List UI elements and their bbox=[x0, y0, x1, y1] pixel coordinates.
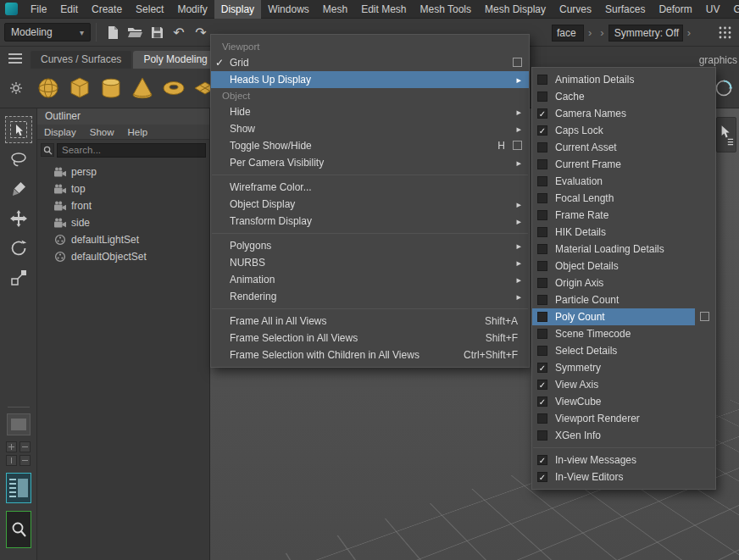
hud-item-focal-length[interactable]: Focal Length bbox=[532, 190, 715, 207]
menu-item-object-display[interactable]: Object Display▸ bbox=[211, 196, 529, 213]
menubar-item-file[interactable]: File bbox=[24, 0, 53, 19]
paint-select-tool-button[interactable] bbox=[5, 175, 32, 202]
shelf-poly-sphere-button[interactable] bbox=[33, 74, 63, 103]
shelf-refresh-button[interactable] bbox=[714, 78, 734, 101]
hud-item-object-details[interactable]: Object Details bbox=[532, 258, 715, 274]
menu-item-frame-selection-in-all-views[interactable]: Frame Selection in All ViewsShift+F bbox=[211, 330, 529, 347]
hud-item-camera-names[interactable]: ✓Camera Names bbox=[532, 105, 715, 122]
outliner-persp-layout-button[interactable] bbox=[6, 473, 31, 503]
filter-button[interactable] bbox=[41, 143, 54, 157]
checkbox-unchecked[interactable] bbox=[537, 159, 547, 169]
checkbox-checked[interactable]: ✓ bbox=[537, 472, 547, 482]
hud-item-view-axis[interactable]: ✓View Axis bbox=[532, 376, 715, 393]
menu-item-transform-display[interactable]: Transform Display▸ bbox=[211, 213, 529, 230]
shelf-poly-cone-button[interactable] bbox=[127, 74, 157, 103]
hud-item-animation-details[interactable]: Animation Details bbox=[532, 71, 715, 88]
open-scene-button[interactable] bbox=[124, 21, 146, 43]
checkbox-unchecked[interactable] bbox=[537, 210, 547, 220]
menu-item-polygons[interactable]: Polygons▸ bbox=[211, 237, 529, 254]
hud-item-xgen-info[interactable]: XGen Info bbox=[532, 427, 715, 444]
hud-item-evaluation[interactable]: Evaluation bbox=[532, 173, 715, 190]
shelf-poly-torus-button[interactable] bbox=[158, 74, 188, 103]
move-tool-button[interactable] bbox=[5, 205, 32, 232]
hud-item-current-frame[interactable]: Current Frame bbox=[532, 156, 715, 173]
menu-item-wireframe-color[interactable]: Wireframe Color... bbox=[211, 179, 529, 196]
checkbox-unchecked[interactable] bbox=[537, 142, 547, 152]
component-type-field[interactable]: face bbox=[552, 25, 584, 42]
hud-item-origin-axis[interactable]: Origin Axis bbox=[532, 274, 715, 291]
outliner-item-defaultlightset[interactable]: defaultLightSet bbox=[37, 231, 209, 248]
outliner-item-top[interactable]: top bbox=[37, 180, 209, 197]
checkbox-checked[interactable]: ✓ bbox=[537, 125, 547, 136]
pane-chevron-icon[interactable]: › bbox=[596, 26, 608, 39]
checkbox-unchecked[interactable] bbox=[537, 312, 547, 322]
hud-item-symmetry[interactable]: ✓Symmetry bbox=[532, 359, 715, 376]
menu-item-frame-selection-with-children-in-all-views[interactable]: Frame Selection with Children in All Vie… bbox=[211, 347, 529, 363]
menu-item-heads-up-display[interactable]: Heads Up Display▸ bbox=[211, 71, 529, 88]
menubar-item-windows[interactable]: Windows bbox=[261, 0, 316, 19]
hypergraph-zoom-button[interactable] bbox=[6, 511, 31, 548]
outliner-menu-display[interactable]: Display bbox=[37, 125, 83, 139]
shelf-gear-button[interactable] bbox=[0, 81, 32, 95]
redo-button[interactable]: ↷ bbox=[190, 21, 212, 43]
hud-item-viewport-renderer[interactable]: Viewport Renderer bbox=[532, 410, 715, 427]
menu-item-per-camera-visibility[interactable]: Per Camera Visibility▸ bbox=[211, 154, 529, 171]
hud-item-scene-timecode[interactable]: Scene Timecode bbox=[532, 325, 715, 342]
hud-item-in-view-editors[interactable]: ✓In-View Editors bbox=[532, 469, 715, 485]
menubar-item-modify[interactable]: Modify bbox=[170, 0, 214, 19]
select-tool-button[interactable] bbox=[5, 116, 32, 143]
checkbox-unchecked[interactable] bbox=[537, 430, 547, 441]
menubar-item-display[interactable]: Display bbox=[214, 0, 261, 19]
menubar-item-mesh[interactable]: Mesh bbox=[316, 0, 354, 19]
outliner-item-persp[interactable]: persp bbox=[37, 164, 209, 180]
checkbox-checked[interactable]: ✓ bbox=[537, 108, 547, 119]
shelf-tab-poly-modeling[interactable]: Poly Modeling bbox=[133, 51, 217, 69]
hud-item-material-loading-details[interactable]: Material Loading Details bbox=[532, 241, 715, 258]
checkbox-unchecked[interactable] bbox=[537, 91, 547, 102]
hud-item-frame-rate[interactable]: Frame Rate bbox=[532, 207, 715, 224]
menu-item-toggle-show-hide[interactable]: Toggle Show/HideH bbox=[211, 137, 529, 154]
outliner-search-input[interactable] bbox=[57, 143, 206, 158]
add-pane-layout-button[interactable] bbox=[19, 441, 31, 452]
menubar-item-deform[interactable]: Deform bbox=[652, 0, 698, 19]
menu-item-show[interactable]: Show▸ bbox=[211, 120, 529, 137]
checkbox-unchecked[interactable] bbox=[537, 295, 547, 305]
checkbox-unchecked[interactable] bbox=[537, 413, 547, 424]
four-pane-layout-button[interactable] bbox=[6, 441, 17, 452]
checkbox-unchecked[interactable] bbox=[537, 227, 547, 237]
snap-grid-button[interactable] bbox=[714, 22, 736, 44]
checkbox-checked[interactable]: ✓ bbox=[537, 396, 547, 407]
scale-tool-button[interactable] bbox=[5, 264, 32, 291]
menubar-item-curves[interactable]: Curves bbox=[553, 0, 598, 19]
option-box[interactable] bbox=[700, 312, 709, 321]
shelf-tab-curves-surfaces[interactable]: Curves / Surfaces bbox=[31, 51, 131, 69]
save-scene-button[interactable] bbox=[146, 21, 168, 43]
shelf-poly-cube-button[interactable] bbox=[64, 74, 94, 103]
checkbox-unchecked[interactable] bbox=[537, 346, 547, 356]
hud-item-particle-count[interactable]: Particle Count bbox=[532, 291, 715, 308]
menu-set-selector[interactable]: Modeling ▾ bbox=[4, 23, 91, 42]
new-scene-button[interactable] bbox=[102, 21, 124, 43]
hud-item-viewcube[interactable]: ✓ViewCube bbox=[532, 393, 715, 410]
checkbox-unchecked[interactable] bbox=[537, 244, 547, 254]
menubar-item-surfaces[interactable]: Surfaces bbox=[598, 0, 652, 19]
menubar-item-mesh-tools[interactable]: Mesh Tools bbox=[414, 0, 478, 19]
menubar-item-uv[interactable]: UV bbox=[699, 0, 727, 19]
shelf-poly-cylinder-button[interactable] bbox=[96, 74, 125, 103]
hud-item-hik-details[interactable]: HIK Details bbox=[532, 224, 715, 241]
menu-item-nurbs[interactable]: NURBS▸ bbox=[211, 254, 529, 271]
hud-item-cache[interactable]: Cache bbox=[532, 88, 715, 105]
menu-item-frame-all-in-all-views[interactable]: Frame All in All ViewsShift+A bbox=[211, 313, 529, 330]
split-vertical-layout-button[interactable] bbox=[6, 455, 17, 466]
symmetry-dropdown[interactable]: Symmetry: Off bbox=[608, 25, 683, 42]
menubar-item-select[interactable]: Select bbox=[129, 0, 170, 19]
sidebar-toggle-button[interactable] bbox=[716, 117, 736, 152]
menubar-item-mesh-display[interactable]: Mesh Display bbox=[478, 0, 553, 19]
outliner-item-front[interactable]: front bbox=[37, 197, 209, 214]
outliner-item-defaultobjectset[interactable]: defaultObjectSet bbox=[37, 248, 209, 265]
menubar-item-create[interactable]: Create bbox=[85, 0, 129, 19]
menubar-item-generate[interactable]: Generate bbox=[726, 0, 739, 19]
checkbox-unchecked[interactable] bbox=[537, 278, 547, 288]
split-horizontal-layout-button[interactable] bbox=[19, 455, 31, 466]
menu-item-rendering[interactable]: Rendering▸ bbox=[211, 288, 529, 305]
